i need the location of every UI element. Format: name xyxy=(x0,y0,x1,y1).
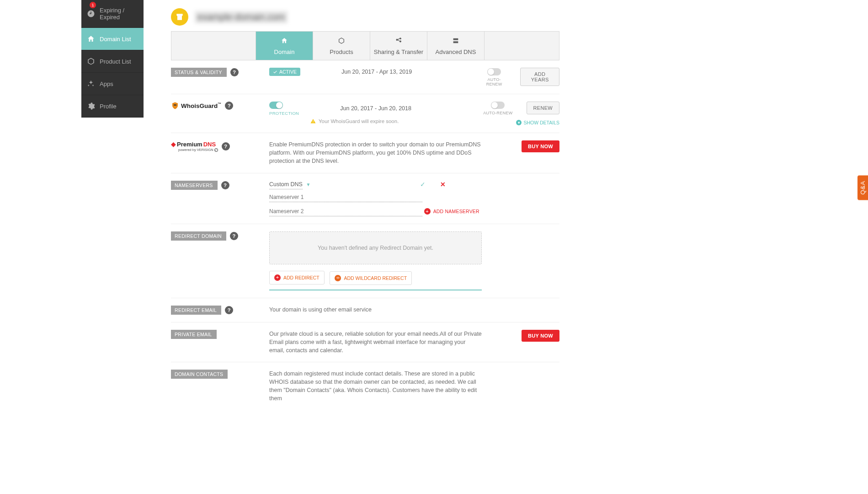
powered-by-text: powered by VERISIGN xyxy=(178,148,213,152)
sidebar-item-label: Domain List xyxy=(100,36,131,43)
section-chip-redirect: REDIRECT DOMAIN xyxy=(171,231,226,241)
dns-text: DNS xyxy=(203,141,216,148)
row-redirect-domain: REDIRECT DOMAIN ? You haven't defined an… xyxy=(171,224,559,298)
domain-name-redacted: example-domain.com xyxy=(195,11,288,23)
whoisguard-warning: Your WhoisGuard will expire soon. xyxy=(310,118,482,124)
chevron-down-icon: ▼ xyxy=(306,182,311,187)
domain-contacts-desc: Each domain registered must include cont… xyxy=(269,370,482,403)
tab-label: Sharing & Transfer xyxy=(374,48,423,55)
whoisguard-toggle[interactable] xyxy=(269,102,283,109)
accent-underline xyxy=(269,290,482,290)
section-chip-status: STATUS & VALIDITY xyxy=(171,68,227,77)
buy-now-button-email[interactable]: BUY NOW xyxy=(522,330,559,342)
autorenew-label: AUTO-RENEW xyxy=(483,111,512,115)
trademark-icon: ™ xyxy=(218,102,221,106)
status-badge-text: ACTIVE xyxy=(279,69,297,75)
sidebar-item-domain-list[interactable]: Domain List xyxy=(81,28,144,50)
tab-spacer xyxy=(171,32,256,60)
whoisguard-text: WhoisGuard xyxy=(181,102,218,109)
tab-products[interactable]: Products xyxy=(313,32,370,60)
tab-label: Domain xyxy=(274,48,295,55)
qa-floater[interactable]: Q&A xyxy=(857,175,868,200)
sidebar-item-label: Expiring / Expired xyxy=(100,7,138,21)
home-icon xyxy=(256,37,313,46)
redirect-empty-state: You haven't defined any Redirect Domain … xyxy=(269,231,482,264)
premiumdns-logo: ◆ PremiumDNS powered by VERISIGN ✓ xyxy=(171,140,218,152)
help-icon[interactable]: ? xyxy=(225,102,233,110)
tab-bar: Domain Products Sharing & Transfer Advan… xyxy=(171,31,559,60)
sidebar-item-label: Profile xyxy=(100,103,117,110)
sidebar: 1 Expiring / Expired Domain List Product… xyxy=(81,0,144,118)
help-icon[interactable]: ? xyxy=(230,68,239,76)
autorenew-toggle-domain[interactable] xyxy=(487,68,501,75)
nameserver-select-value: Custom DNS xyxy=(269,181,303,188)
sidebar-item-profile[interactable]: Profile xyxy=(81,95,144,118)
tab-advanced-dns[interactable]: Advanced DNS xyxy=(427,32,485,60)
section-chip-private-email: PRIVATE EMAIL xyxy=(171,330,217,339)
nameserver-confirm[interactable]: ✓ xyxy=(420,181,426,188)
add-wildcard-label: ADD WILDCARD REDIRECT xyxy=(344,275,407,281)
show-details-text: SHOW DETAILS xyxy=(523,120,559,125)
help-icon[interactable]: ? xyxy=(222,142,230,150)
whoisguard-logo: WhoisGuard™ xyxy=(171,102,221,110)
protection-label: PROTECTION xyxy=(269,111,299,116)
domain-avatar xyxy=(171,8,188,26)
chevron-down-icon: ▾ xyxy=(516,120,522,125)
nameserver-input-1[interactable] xyxy=(269,193,422,202)
add-redirect-button[interactable]: + ADD REDIRECT xyxy=(269,271,325,285)
show-details-link[interactable]: ▾ SHOW DETAILS xyxy=(482,120,559,125)
svg-point-1 xyxy=(175,104,176,106)
diamond-icon: ◆ xyxy=(171,140,176,148)
section-chip-domain-contacts: DOMAIN CONTACTS xyxy=(171,370,228,379)
section-chip-nameservers: NAMESERVERS xyxy=(171,181,218,190)
renew-button[interactable]: RENEW xyxy=(527,102,559,114)
add-nameserver-button[interactable]: + ADD NAMESERVER xyxy=(424,208,479,215)
redirect-email-desc: Your domain is using other email service xyxy=(269,306,482,314)
help-icon[interactable]: ? xyxy=(230,232,238,240)
tab-sharing[interactable]: Sharing & Transfer xyxy=(370,32,427,60)
verisign-icon: ✓ xyxy=(214,148,218,152)
add-wildcard-redirect-button[interactable]: ∞ ADD WILDCARD REDIRECT xyxy=(330,271,412,285)
nameserver-cancel[interactable]: ✕ xyxy=(440,181,446,188)
box-icon xyxy=(87,57,95,65)
home-icon xyxy=(87,35,95,43)
premiumdns-desc: Enable PremiumDNS protection in order to… xyxy=(269,140,482,165)
row-whoisguard: WhoisGuard™ ? PROTECTION Jun 20, 2017 - … xyxy=(171,94,559,134)
row-premiumdns: ◆ PremiumDNS powered by VERISIGN ✓ ? Ena… xyxy=(171,133,559,173)
row-private-email: PRIVATE EMAIL Our private cloud is a sec… xyxy=(171,322,559,362)
tab-domain[interactable]: Domain xyxy=(256,32,313,60)
buy-now-button-pdns[interactable]: BUY NOW xyxy=(522,140,559,152)
add-nameserver-label: ADD NAMESERVER xyxy=(433,209,479,214)
tab-label: Advanced DNS xyxy=(436,48,476,55)
sidebar-item-expiring[interactable]: 1 Expiring / Expired xyxy=(81,0,144,28)
sidebar-item-apps[interactable]: Apps xyxy=(81,73,144,95)
row-redirect-email: REDIRECT EMAIL ? Your domain is using ot… xyxy=(171,298,559,322)
add-years-button[interactable]: ADD YEARS xyxy=(520,68,559,86)
autorenew-label: AUTO-RENEW xyxy=(482,77,506,86)
sidebar-item-label: Product List xyxy=(100,58,131,65)
help-icon[interactable]: ? xyxy=(225,306,233,314)
sidebar-item-label: Apps xyxy=(100,81,113,87)
row-nameservers: NAMESERVERS ? Custom DNS ▼ ✓ ✕ + ADD NAM… xyxy=(171,173,559,224)
section-chip-redirect-email: REDIRECT EMAIL xyxy=(171,306,221,315)
plus-icon: + xyxy=(274,274,281,281)
sidebar-item-product-list[interactable]: Product List xyxy=(81,50,144,73)
status-dates: Jun 20, 2017 - Apr 13, 2019 xyxy=(341,69,412,75)
nameserver-input-2[interactable] xyxy=(269,207,422,216)
premium-text: Premium xyxy=(177,141,202,148)
private-email-desc: Our private cloud is a secure, reliable … xyxy=(269,330,482,354)
domain-header: example-domain.com xyxy=(171,8,559,26)
server-icon xyxy=(427,37,484,46)
row-domain-contacts: DOMAIN CONTACTS Each domain registered m… xyxy=(171,362,559,410)
main-content: example-domain.com Domain Products Shari… xyxy=(171,0,559,410)
nameserver-select[interactable]: Custom DNS xyxy=(269,180,303,189)
help-icon[interactable]: ? xyxy=(221,181,229,189)
status-badge: ACTIVE xyxy=(269,68,300,76)
clock-icon xyxy=(87,10,95,18)
autorenew-toggle-whois[interactable] xyxy=(491,102,505,109)
row-status: STATUS & VALIDITY ? ACTIVE Jun 20, 2017 … xyxy=(171,60,559,94)
tab-label: Products xyxy=(330,48,353,55)
link-icon: ∞ xyxy=(335,275,341,281)
expiring-count-badge: 1 xyxy=(90,2,96,8)
svg-point-0 xyxy=(174,104,175,106)
